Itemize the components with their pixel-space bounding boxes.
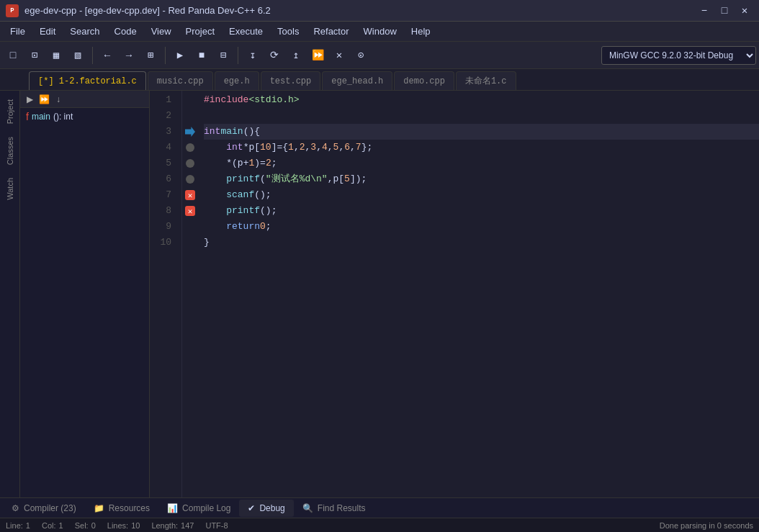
code-line-9: return 0; — [204, 219, 759, 235]
menu-item-edit[interactable]: Edit — [32, 23, 63, 40]
new-btn[interactable]: □ — [3, 45, 23, 66]
code-line-2 — [204, 108, 759, 124]
length-label: Length: — [151, 521, 178, 530]
gutter-cell-4[interactable] — [182, 140, 198, 155]
run-btn[interactable]: ▶ — [170, 45, 190, 66]
compiler-select[interactable]: MinGW GCC 9.2.0 32-bit Debug MinGW GCC 9… — [601, 46, 756, 65]
step-out-btn[interactable]: ↥ — [286, 45, 306, 66]
title-bar: P ege-dev-cpp - [ege-dev-cpp.dev] - Red … — [0, 0, 759, 22]
toolbar-separator-2 — [238, 47, 238, 64]
line-num-6: 6 — [150, 171, 176, 187]
line-num-2: 2 — [150, 108, 176, 124]
continue-btn[interactable]: ⏩ — [307, 45, 328, 66]
gutter-cell-3[interactable] — [182, 124, 198, 140]
toolbar: □⊡▦▧←→⊞▶■⊟↧⟳↥⏩✕⊙ MinGW GCC 9.2.0 32-bit … — [0, 42, 759, 69]
bottom-tab-icon-3: ✔ — [248, 503, 255, 513]
menu-item-file[interactable]: File — [3, 23, 32, 40]
bottom-tab-3[interactable]: ✔Debug — [239, 500, 293, 517]
minimize-button[interactable]: − — [696, 2, 713, 19]
gutter: ✕✕ — [182, 91, 198, 497]
current-line-arrow-3 — [185, 127, 195, 137]
line-label: Line: — [6, 521, 23, 530]
file-tab-3[interactable]: test.cpp — [261, 71, 321, 90]
back-btn[interactable]: ← — [97, 45, 117, 66]
menu-item-project[interactable]: Project — [179, 23, 222, 40]
close-button[interactable]: ✕ — [736, 2, 753, 19]
step-over-btn[interactable]: ⟳ — [264, 45, 284, 66]
menu-item-code[interactable]: Code — [107, 23, 144, 40]
step-in-btn[interactable]: ↧ — [243, 45, 263, 66]
bookmark-btn[interactable]: ⊞ — [140, 45, 161, 66]
error-marker-8[interactable]: ✕ — [185, 206, 195, 216]
debug-step-icon[interactable]: ↓ — [53, 94, 63, 104]
bottom-tab-1[interactable]: 📁Resources — [85, 500, 158, 517]
stop-btn[interactable]: ■ — [192, 45, 212, 66]
window-title: ege-dev-cpp - [ege-dev-cpp.dev] - Red Pa… — [24, 5, 693, 16]
error-marker-7[interactable]: ✕ — [185, 190, 195, 200]
breakpoint-gray-6[interactable] — [186, 175, 194, 184]
menu-item-execute[interactable]: Execute — [222, 23, 270, 40]
sidebar-watch[interactable]: Watch — [4, 172, 16, 206]
sel-value: 0 — [91, 521, 96, 530]
code-editor[interactable]: 12345678910 ✕✕ #include <stdio.h> int ma… — [150, 91, 759, 497]
bottom-tab-label-0: Compiler (23) — [24, 503, 76, 513]
breakpoint-gray-5[interactable] — [186, 159, 194, 168]
sidebar-project[interactable]: Project — [4, 94, 16, 130]
bottom-tab-0[interactable]: ⚙Compiler (23) — [3, 500, 85, 517]
line-num-5: 5 — [150, 155, 176, 171]
gutter-cell-1 — [182, 92, 198, 108]
line-num-1: 1 — [150, 92, 176, 108]
line-num-4: 4 — [150, 140, 176, 155]
menu-item-help[interactable]: Help — [404, 23, 438, 40]
maximize-button[interactable]: □ — [716, 2, 733, 19]
debug-run-icon[interactable]: ▶ — [24, 94, 35, 104]
menu-item-search[interactable]: Search — [63, 23, 107, 40]
debug-continue-icon[interactable]: ⏩ — [39, 94, 49, 104]
menu-item-view[interactable]: View — [144, 23, 179, 40]
left-sidebar: Project Classes Watch — [0, 91, 20, 497]
function-icon: f — [26, 111, 29, 122]
gutter-cell-5[interactable] — [182, 155, 198, 171]
function-item[interactable]: f main (): int — [20, 108, 149, 125]
file-tab-6[interactable]: 未命名1.c — [456, 71, 516, 90]
save-btn[interactable]: ▦ — [46, 45, 66, 66]
sidebar-classes[interactable]: Classes — [4, 131, 16, 171]
col-label: Col: — [42, 521, 56, 530]
open-btn[interactable]: ⊡ — [24, 45, 45, 66]
build-run-btn[interactable]: ⊟ — [213, 45, 233, 66]
bottom-tab-icon-4: 🔍 — [302, 503, 313, 513]
code-line-1: #include <stdio.h> — [204, 92, 759, 108]
bottom-tab-label-3: Debug — [259, 503, 284, 513]
code-content[interactable]: #include <stdio.h> int main(){ int *p[10… — [198, 91, 759, 497]
menu-bar: FileEditSearchCodeViewProjectExecuteTool… — [0, 22, 759, 42]
bottom-tabs: ⚙Compiler (23)📁Resources📊Compile Log✔Deb… — [0, 497, 759, 518]
bottom-tab-4[interactable]: 🔍Find Results — [294, 500, 374, 517]
menu-item-window[interactable]: Window — [356, 23, 404, 40]
add-watch-btn[interactable]: ⊙ — [351, 45, 371, 66]
status-bar: Line: 1 Col: 1 Sel: 0 Lines: 10 Length: … — [0, 518, 759, 532]
gutter-cell-7[interactable]: ✕ — [182, 187, 198, 203]
col-value: 1 — [59, 521, 63, 530]
gutter-cell-10 — [182, 235, 198, 251]
stop-exec-btn[interactable]: ✕ — [329, 45, 349, 66]
menu-item-refactor[interactable]: Refactor — [306, 23, 356, 40]
gutter-cell-6[interactable] — [182, 171, 198, 187]
file-tab-2[interactable]: ege.h — [215, 71, 259, 90]
save-all-btn[interactable]: ▧ — [68, 45, 88, 66]
code-line-5: *(p+1)=2; — [204, 155, 759, 171]
file-tab-1[interactable]: music.cpp — [148, 71, 213, 90]
menu-item-tools[interactable]: Tools — [270, 23, 306, 40]
gutter-cell-8[interactable]: ✕ — [182, 203, 198, 219]
file-tab-4[interactable]: ege_head.h — [322, 71, 392, 90]
file-tab-5[interactable]: demo.cpp — [394, 71, 454, 90]
breakpoint-gray-4[interactable] — [186, 143, 194, 152]
line-numbers: 12345678910 — [150, 91, 182, 497]
forward-btn[interactable]: → — [119, 45, 139, 66]
bottom-tab-2[interactable]: 📊Compile Log — [158, 500, 239, 517]
bottom-tab-icon-0: ⚙ — [12, 503, 19, 513]
lines-value: 10 — [131, 521, 140, 530]
function-name: main — [32, 112, 50, 122]
file-tab-0[interactable]: [*] 1-2.factorial.c — [29, 71, 146, 90]
line-num-8: 8 — [150, 203, 176, 219]
code-line-8: printf(); — [204, 203, 759, 219]
